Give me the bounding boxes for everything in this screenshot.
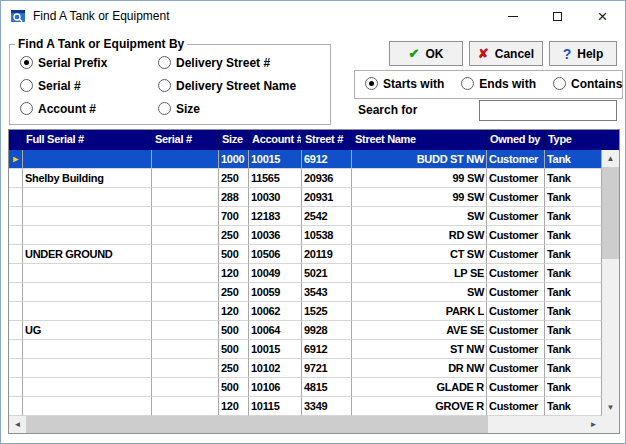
table-row[interactable]: 120100621525PARK LCustomerTank — [9, 302, 602, 321]
find-by-option-serial[interactable]: Serial # — [20, 78, 148, 93]
grid-cell[interactable]: Tank — [545, 169, 602, 188]
scroll-left-button[interactable]: ◄ — [9, 416, 26, 433]
grid-cell[interactable] — [23, 302, 152, 321]
grid-cell[interactable]: Tank — [545, 340, 602, 359]
find-by-option-delivery-street[interactable]: Delivery Street # — [158, 55, 330, 70]
grid-cell[interactable]: Customer — [487, 264, 545, 283]
grid-cell[interactable]: 5021 — [302, 264, 352, 283]
grid-cell[interactable]: 500 — [219, 340, 249, 359]
table-row[interactable]: 120100495021LP SECustomerTank — [9, 264, 602, 283]
vertical-scrollbar[interactable]: ▲ ▼ — [602, 150, 619, 416]
find-by-option-size[interactable]: Size — [158, 101, 330, 116]
grid-cell[interactable]: 6912 — [302, 340, 352, 359]
find-by-option-delivery-street-name[interactable]: Delivery Street Name — [158, 78, 330, 93]
table-row[interactable]: ►1000100156912BUDD ST NWCustomerTank — [9, 150, 602, 169]
close-button[interactable]: × — [580, 1, 625, 31]
column-header-account[interactable]: Account # — [249, 130, 302, 150]
scroll-down-button[interactable]: ▼ — [602, 399, 619, 416]
grid-cell[interactable] — [152, 169, 219, 188]
grid-cell[interactable]: 120 — [219, 302, 249, 321]
table-row[interactable]: UNDER GROUND5001050620119CT SWCustomerTa… — [9, 245, 602, 264]
grid-cell[interactable]: PARK L — [352, 302, 487, 321]
grid-cell[interactable]: Shelby Building — [23, 169, 152, 188]
match-option-ends-with[interactable]: Ends with — [461, 76, 536, 91]
grid-cell[interactable] — [152, 397, 219, 416]
grid-cell[interactable] — [23, 150, 152, 169]
grid-cell[interactable]: ST NW — [352, 340, 487, 359]
table-row[interactable]: 288100302093199 SWCustomerTank — [9, 188, 602, 207]
grid-cell[interactable]: 20936 — [302, 169, 352, 188]
grid-cell[interactable] — [23, 283, 152, 302]
grid-cell[interactable]: AVE SE — [352, 321, 487, 340]
grid-cell[interactable] — [152, 283, 219, 302]
grid-cell[interactable] — [23, 359, 152, 378]
grid-cell[interactable]: 99 SW — [352, 169, 487, 188]
grid-cell[interactable] — [152, 264, 219, 283]
grid-cell[interactable]: SW — [352, 207, 487, 226]
grid-cell[interactable] — [152, 226, 219, 245]
grid-cell[interactable] — [23, 378, 152, 397]
grid-cell[interactable]: 12183 — [249, 207, 302, 226]
grid-cell[interactable]: 10115 — [249, 397, 302, 416]
grid-cell[interactable]: Customer — [487, 245, 545, 264]
grid-cell[interactable]: 20931 — [302, 188, 352, 207]
grid-cell[interactable]: Customer — [487, 207, 545, 226]
find-by-option-serial-prefix[interactable]: Serial Prefix — [20, 55, 148, 70]
grid-cell[interactable]: Tank — [545, 321, 602, 340]
scroll-up-button[interactable]: ▲ — [602, 150, 619, 167]
grid-cell[interactable] — [23, 188, 152, 207]
column-header-street-name[interactable]: Street Name — [352, 130, 487, 150]
grid-cell[interactable]: 250 — [219, 226, 249, 245]
grid-cell[interactable]: Tank — [545, 359, 602, 378]
grid-cell[interactable]: 3543 — [302, 283, 352, 302]
grid-cell[interactable]: 9928 — [302, 321, 352, 340]
grid-cell[interactable] — [152, 321, 219, 340]
grid-cell[interactable]: 99 SW — [352, 188, 487, 207]
column-header-size[interactable]: Size — [219, 130, 249, 150]
grid-cell[interactable]: Customer — [487, 378, 545, 397]
column-header-serial[interactable]: Serial # — [152, 130, 219, 150]
grid-cell[interactable] — [152, 359, 219, 378]
grid-cell[interactable]: 10062 — [249, 302, 302, 321]
grid-cell[interactable]: 250 — [219, 359, 249, 378]
table-row[interactable]: 2501003610538RD SWCustomerTank — [9, 226, 602, 245]
cancel-button[interactable]: ✘ Cancel — [469, 41, 543, 66]
grid-cell[interactable]: UG — [23, 321, 152, 340]
grid-cell[interactable]: 2542 — [302, 207, 352, 226]
grid-cell[interactable]: RD SW — [352, 226, 487, 245]
grid-cell[interactable]: Tank — [545, 283, 602, 302]
grid-cell[interactable]: 3349 — [302, 397, 352, 416]
grid-cell[interactable]: 10015 — [249, 150, 302, 169]
scroll-right-button[interactable]: ► — [585, 416, 602, 433]
grid-cell[interactable]: 10506 — [249, 245, 302, 264]
grid-cell[interactable]: LP SE — [352, 264, 487, 283]
grid-cell[interactable]: 10538 — [302, 226, 352, 245]
grid-cell[interactable] — [23, 397, 152, 416]
grid-cell[interactable]: 10015 — [249, 340, 302, 359]
column-header-type[interactable]: Type — [545, 130, 602, 150]
table-row[interactable]: Shelby Building250115652093699 SWCustome… — [9, 169, 602, 188]
table-row[interactable]: 250100593543SWCustomerTank — [9, 283, 602, 302]
grid-cell[interactable]: 700 — [219, 207, 249, 226]
grid-cell[interactable]: 500 — [219, 321, 249, 340]
horizontal-scroll-thumb[interactable] — [26, 416, 488, 433]
grid-cell[interactable]: 288 — [219, 188, 249, 207]
column-header-owned-by[interactable]: Owned by — [487, 130, 545, 150]
grid-cell[interactable]: Tank — [545, 302, 602, 321]
grid-cell[interactable]: GLADE R — [352, 378, 487, 397]
grid-cell[interactable]: Customer — [487, 283, 545, 302]
table-row[interactable]: UG500100649928AVE SECustomerTank — [9, 321, 602, 340]
grid-cell[interactable]: 10059 — [249, 283, 302, 302]
match-option-contains[interactable]: Contains — [553, 76, 622, 91]
table-row[interactable]: 500101064815GLADE RCustomerTank — [9, 378, 602, 397]
grid-cell[interactable]: 250 — [219, 283, 249, 302]
grid-cell[interactable]: 10106 — [249, 378, 302, 397]
table-row[interactable]: 500100156912ST NWCustomerTank — [9, 340, 602, 359]
table-row[interactable]: 250101029721DR NWCustomerTank — [9, 359, 602, 378]
grid-cell[interactable]: 10036 — [249, 226, 302, 245]
title-bar[interactable]: Find A Tank or Equipment × — [1, 1, 625, 31]
table-row[interactable]: 120101153349GROVE RCustomerTank — [9, 397, 602, 416]
grid-cell[interactable]: 500 — [219, 245, 249, 264]
grid-cell[interactable] — [152, 340, 219, 359]
grid-cell[interactable]: GROVE R — [352, 397, 487, 416]
